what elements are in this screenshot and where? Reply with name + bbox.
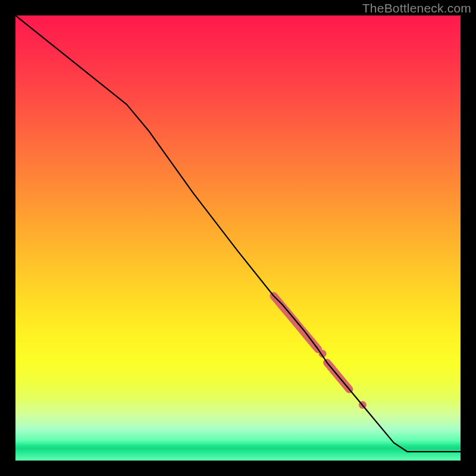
chart-frame: TheBottleneck.com — [0, 0, 476, 476]
plot-area — [15, 15, 461, 461]
line-layer — [15, 15, 461, 452]
bottleneck-curve — [15, 15, 461, 452]
chart-svg — [15, 15, 461, 461]
watermark-text: TheBottleneck.com — [362, 1, 471, 15]
